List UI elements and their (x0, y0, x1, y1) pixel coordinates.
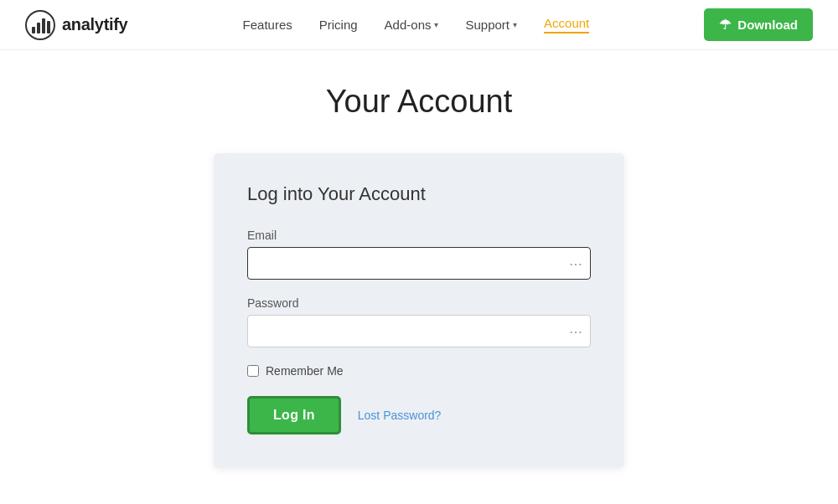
remember-row: Remember Me (247, 364, 591, 378)
addons-chevron-icon: ▾ (434, 20, 438, 29)
email-input[interactable] (247, 247, 591, 280)
nav-support[interactable]: Support ▾ (465, 18, 517, 32)
logo[interactable]: analytify (25, 10, 127, 40)
login-button[interactable]: Log In (247, 396, 341, 435)
remember-checkbox[interactable] (247, 365, 259, 377)
main-content: Your Account Log into Your Account Email… (0, 50, 838, 468)
email-label: Email (247, 229, 591, 242)
password-label: Password (247, 296, 591, 310)
site-header: analytify Features Pricing Add-ons ▾ Sup… (0, 0, 838, 50)
wordpress-icon: ☂ (719, 17, 731, 33)
action-row: Log In Lost Password? (247, 396, 591, 435)
lost-password-link[interactable]: Lost Password? (358, 409, 442, 422)
nav-pricing[interactable]: Pricing (319, 18, 358, 32)
logo-icon (25, 10, 55, 40)
password-icon: ⋯ (569, 323, 582, 339)
login-card: Log into Your Account Email ⋯ Password ⋯… (214, 153, 624, 468)
page-title: Your Account (326, 84, 513, 120)
nav-addons[interactable]: Add-ons ▾ (385, 18, 439, 32)
email-group: Email ⋯ (247, 229, 591, 280)
password-input-wrapper: ⋯ (247, 315, 591, 347)
nav-account[interactable]: Account (544, 16, 589, 33)
email-input-wrapper: ⋯ (247, 247, 591, 280)
logo-text: analytify (62, 15, 127, 34)
svg-rect-3 (42, 18, 45, 33)
email-icon: ⋯ (569, 255, 582, 271)
svg-rect-2 (37, 23, 40, 33)
svg-rect-4 (47, 21, 50, 33)
main-nav: Features Pricing Add-ons ▾ Support ▾ Acc… (243, 16, 590, 33)
password-input[interactable] (247, 315, 591, 347)
svg-rect-1 (32, 27, 35, 33)
download-button[interactable]: ☂ Download (704, 8, 813, 41)
support-chevron-icon: ▾ (513, 20, 517, 29)
card-title: Log into Your Account (247, 183, 591, 205)
remember-label: Remember Me (266, 364, 344, 378)
nav-features[interactable]: Features (243, 18, 292, 32)
password-group: Password ⋯ (247, 296, 591, 347)
